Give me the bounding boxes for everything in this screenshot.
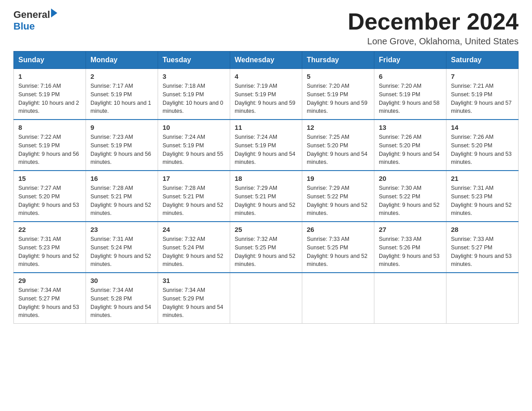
day-info: Sunrise: 7:23 AMSunset: 5:19 PMDaylight:… bbox=[90, 134, 151, 165]
day-number: 25 bbox=[235, 226, 297, 233]
day-info: Sunrise: 7:34 AMSunset: 5:28 PMDaylight:… bbox=[90, 287, 151, 318]
day-number: 26 bbox=[307, 226, 369, 233]
day-number: 16 bbox=[90, 175, 153, 182]
calendar-cell: 8 Sunrise: 7:22 AMSunset: 5:19 PMDayligh… bbox=[14, 120, 86, 171]
day-number: 9 bbox=[90, 124, 153, 131]
day-info: Sunrise: 7:33 AMSunset: 5:27 PMDaylight:… bbox=[451, 236, 512, 267]
day-number: 31 bbox=[163, 277, 225, 284]
day-info: Sunrise: 7:29 AMSunset: 5:22 PMDaylight:… bbox=[307, 185, 368, 216]
weekday-header-tuesday: Tuesday bbox=[158, 51, 230, 69]
day-number: 17 bbox=[163, 175, 225, 182]
calendar-cell: 19 Sunrise: 7:29 AMSunset: 5:22 PMDaylig… bbox=[302, 171, 374, 222]
calendar-week-row: 29 Sunrise: 7:34 AMSunset: 5:27 PMDaylig… bbox=[14, 273, 519, 324]
calendar-cell: 28 Sunrise: 7:33 AMSunset: 5:27 PMDaylig… bbox=[446, 222, 519, 273]
day-info: Sunrise: 7:33 AMSunset: 5:26 PMDaylight:… bbox=[379, 236, 440, 267]
calendar-cell: 25 Sunrise: 7:32 AMSunset: 5:25 PMDaylig… bbox=[230, 222, 302, 273]
weekday-header-sunday: Sunday bbox=[14, 51, 86, 69]
calendar-cell: 15 Sunrise: 7:27 AMSunset: 5:20 PMDaylig… bbox=[14, 171, 86, 222]
day-info: Sunrise: 7:22 AMSunset: 5:19 PMDaylight:… bbox=[18, 134, 79, 165]
calendar-cell: 31 Sunrise: 7:34 AMSunset: 5:29 PMDaylig… bbox=[158, 273, 230, 324]
calendar-cell: 23 Sunrise: 7:31 AMSunset: 5:24 PMDaylig… bbox=[86, 222, 158, 273]
day-number: 23 bbox=[90, 226, 153, 233]
calendar-cell: 2 Sunrise: 7:17 AMSunset: 5:19 PMDayligh… bbox=[86, 69, 158, 120]
day-number: 28 bbox=[451, 226, 514, 233]
day-number: 18 bbox=[235, 175, 297, 182]
calendar-cell: 22 Sunrise: 7:31 AMSunset: 5:23 PMDaylig… bbox=[14, 222, 86, 273]
page-header: General Blue December 2024 Lone Grove, O… bbox=[13, 9, 519, 47]
calendar-cell: 27 Sunrise: 7:33 AMSunset: 5:26 PMDaylig… bbox=[374, 222, 446, 273]
day-number: 7 bbox=[451, 73, 514, 80]
weekday-header-wednesday: Wednesday bbox=[230, 51, 302, 69]
day-info: Sunrise: 7:26 AMSunset: 5:20 PMDaylight:… bbox=[451, 134, 512, 165]
day-info: Sunrise: 7:20 AMSunset: 5:19 PMDaylight:… bbox=[379, 83, 440, 114]
day-info: Sunrise: 7:17 AMSunset: 5:19 PMDaylight:… bbox=[90, 83, 151, 114]
calendar-table: SundayMondayTuesdayWednesdayThursdayFrid… bbox=[13, 51, 519, 324]
day-number: 6 bbox=[379, 73, 442, 80]
day-info: Sunrise: 7:32 AMSunset: 5:25 PMDaylight:… bbox=[235, 236, 296, 267]
calendar-cell: 26 Sunrise: 7:33 AMSunset: 5:25 PMDaylig… bbox=[302, 222, 374, 273]
weekday-header-thursday: Thursday bbox=[302, 51, 374, 69]
calendar-cell: 18 Sunrise: 7:29 AMSunset: 5:21 PMDaylig… bbox=[230, 171, 302, 222]
logo: General Blue bbox=[13, 9, 57, 32]
calendar-cell: 14 Sunrise: 7:26 AMSunset: 5:20 PMDaylig… bbox=[446, 120, 519, 171]
calendar-cell: 16 Sunrise: 7:28 AMSunset: 5:21 PMDaylig… bbox=[86, 171, 158, 222]
day-number: 27 bbox=[379, 226, 442, 233]
day-info: Sunrise: 7:29 AMSunset: 5:21 PMDaylight:… bbox=[235, 185, 296, 216]
day-number: 12 bbox=[307, 124, 369, 131]
calendar-cell: 11 Sunrise: 7:24 AMSunset: 5:19 PMDaylig… bbox=[230, 120, 302, 171]
calendar-cell bbox=[446, 273, 519, 324]
title-section: December 2024 Lone Grove, Oklahoma, Unit… bbox=[348, 9, 519, 47]
day-number: 13 bbox=[379, 124, 442, 131]
day-number: 10 bbox=[163, 124, 225, 131]
day-number: 3 bbox=[163, 73, 225, 80]
calendar-cell: 29 Sunrise: 7:34 AMSunset: 5:27 PMDaylig… bbox=[14, 273, 86, 324]
weekday-header-monday: Monday bbox=[86, 51, 158, 69]
calendar-cell: 30 Sunrise: 7:34 AMSunset: 5:28 PMDaylig… bbox=[86, 273, 158, 324]
calendar-cell bbox=[302, 273, 374, 324]
day-info: Sunrise: 7:31 AMSunset: 5:24 PMDaylight:… bbox=[90, 236, 151, 267]
day-info: Sunrise: 7:31 AMSunset: 5:23 PMDaylight:… bbox=[18, 236, 79, 267]
calendar-cell: 21 Sunrise: 7:31 AMSunset: 5:23 PMDaylig… bbox=[446, 171, 519, 222]
day-info: Sunrise: 7:31 AMSunset: 5:23 PMDaylight:… bbox=[451, 185, 512, 216]
day-number: 19 bbox=[307, 175, 369, 182]
calendar-week-row: 22 Sunrise: 7:31 AMSunset: 5:23 PMDaylig… bbox=[14, 222, 519, 273]
day-number: 1 bbox=[18, 73, 81, 80]
day-info: Sunrise: 7:33 AMSunset: 5:25 PMDaylight:… bbox=[307, 236, 368, 267]
calendar-cell: 12 Sunrise: 7:25 AMSunset: 5:20 PMDaylig… bbox=[302, 120, 374, 171]
calendar-week-row: 8 Sunrise: 7:22 AMSunset: 5:19 PMDayligh… bbox=[14, 120, 519, 171]
day-info: Sunrise: 7:24 AMSunset: 5:19 PMDaylight:… bbox=[163, 134, 223, 165]
day-info: Sunrise: 7:28 AMSunset: 5:21 PMDaylight:… bbox=[163, 185, 223, 216]
calendar-week-row: 15 Sunrise: 7:27 AMSunset: 5:20 PMDaylig… bbox=[14, 171, 519, 222]
day-number: 24 bbox=[163, 226, 225, 233]
day-info: Sunrise: 7:27 AMSunset: 5:20 PMDaylight:… bbox=[18, 185, 79, 216]
day-info: Sunrise: 7:34 AMSunset: 5:29 PMDaylight:… bbox=[163, 287, 223, 318]
day-info: Sunrise: 7:19 AMSunset: 5:19 PMDaylight:… bbox=[235, 83, 296, 114]
day-number: 20 bbox=[379, 175, 442, 182]
day-number: 22 bbox=[18, 226, 81, 233]
day-info: Sunrise: 7:28 AMSunset: 5:21 PMDaylight:… bbox=[90, 185, 151, 216]
day-number: 11 bbox=[235, 124, 297, 131]
calendar-cell bbox=[230, 273, 302, 324]
calendar-cell: 7 Sunrise: 7:21 AMSunset: 5:19 PMDayligh… bbox=[446, 69, 519, 120]
weekday-header-row: SundayMondayTuesdayWednesdayThursdayFrid… bbox=[14, 51, 519, 69]
day-number: 30 bbox=[90, 277, 153, 284]
calendar-cell bbox=[374, 273, 446, 324]
day-info: Sunrise: 7:21 AMSunset: 5:19 PMDaylight:… bbox=[451, 83, 512, 114]
calendar-week-row: 1 Sunrise: 7:16 AMSunset: 5:19 PMDayligh… bbox=[14, 69, 519, 120]
calendar-cell: 5 Sunrise: 7:20 AMSunset: 5:19 PMDayligh… bbox=[302, 69, 374, 120]
day-number: 5 bbox=[307, 73, 369, 80]
month-title: December 2024 bbox=[348, 9, 519, 34]
day-number: 14 bbox=[451, 124, 514, 131]
calendar-cell: 13 Sunrise: 7:26 AMSunset: 5:20 PMDaylig… bbox=[374, 120, 446, 171]
calendar-cell: 24 Sunrise: 7:32 AMSunset: 5:24 PMDaylig… bbox=[158, 222, 230, 273]
calendar-cell: 17 Sunrise: 7:28 AMSunset: 5:21 PMDaylig… bbox=[158, 171, 230, 222]
weekday-header-saturday: Saturday bbox=[446, 51, 519, 69]
day-info: Sunrise: 7:16 AMSunset: 5:19 PMDaylight:… bbox=[18, 83, 79, 114]
logo-blue: Blue bbox=[13, 21, 35, 32]
day-number: 15 bbox=[18, 175, 81, 182]
calendar-cell: 6 Sunrise: 7:20 AMSunset: 5:19 PMDayligh… bbox=[374, 69, 446, 120]
location-title: Lone Grove, Oklahoma, United States bbox=[348, 36, 519, 47]
day-info: Sunrise: 7:24 AMSunset: 5:19 PMDaylight:… bbox=[235, 134, 296, 165]
calendar-cell: 10 Sunrise: 7:24 AMSunset: 5:19 PMDaylig… bbox=[158, 120, 230, 171]
day-info: Sunrise: 7:34 AMSunset: 5:27 PMDaylight:… bbox=[18, 287, 79, 318]
